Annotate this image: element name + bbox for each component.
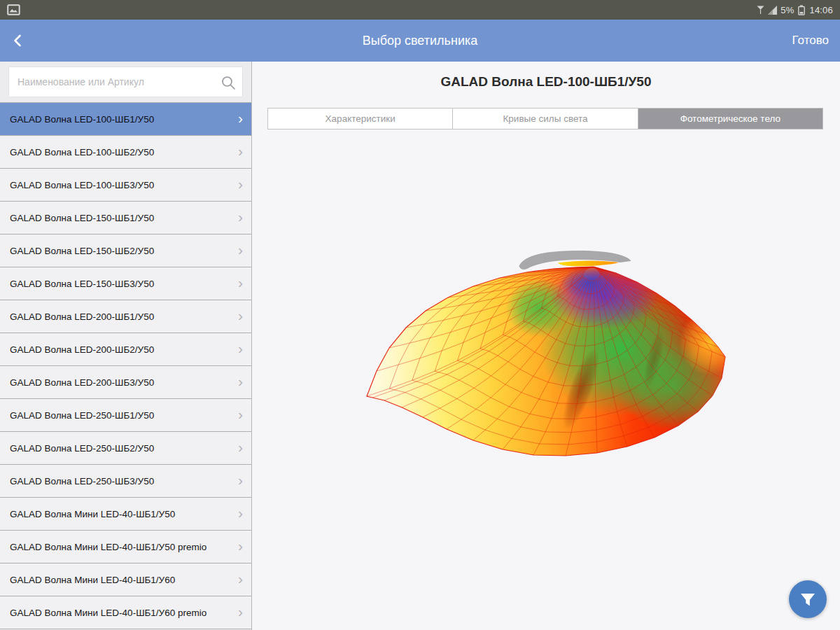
item-label: GALAD Волна LED-250-ШБ3/У50 (10, 476, 238, 486)
list-item[interactable]: GALAD Волна LED-150-ШБ1/У50› (0, 202, 251, 234)
sidebar: GALAD Волна LED-100-ШБ1/У50›GALAD Волна … (0, 62, 252, 630)
chevron-right-icon: › (238, 604, 243, 619)
filter-fab[interactable] (789, 580, 827, 618)
chevron-right-icon: › (238, 275, 243, 290)
chevron-right-icon: › (238, 505, 243, 520)
item-label: GALAD Волна Мини LED-40-ШБ1/У50 (10, 509, 238, 519)
search-icon[interactable] (220, 75, 236, 90)
item-label: GALAD Волна LED-100-ШБ3/У50 (10, 180, 238, 190)
header: Выбор светильника Готово (0, 20, 840, 62)
chevron-right-icon: › (238, 440, 243, 454)
chevron-right-icon: › (238, 407, 243, 421)
item-label: GALAD Волна LED-200-ШБ1/У50 (10, 312, 238, 322)
chevron-right-icon: › (238, 176, 243, 191)
network-status-icon (757, 6, 764, 15)
photometric-view (252, 153, 840, 630)
list-item[interactable]: GALAD Волна LED-100-ШБ2/У50› (0, 136, 251, 169)
chevron-right-icon: › (238, 374, 243, 388)
status-bar: 5% 14:06 (0, 0, 840, 20)
chevron-right-icon: › (238, 144, 243, 158)
chevron-right-icon: › (238, 111, 243, 125)
list-item[interactable]: GALAD Волна LED-200-ШБ1/У50› (0, 300, 251, 333)
search-bar (0, 62, 251, 102)
list-item[interactable]: GALAD Волна LED-100-ШБ1/У50› (0, 103, 251, 136)
funnel-icon (799, 590, 817, 608)
list-item[interactable]: GALAD Волна Мини LED-40-ШБ1/У50› (0, 498, 251, 531)
list-item[interactable]: GALAD Волна LED-200-ШБ2/У50› (0, 333, 251, 366)
chevron-right-icon: › (238, 209, 243, 224)
item-label: GALAD Волна LED-250-ШБ1/У50 (10, 410, 238, 421)
list-item[interactable]: GALAD Волна LED-250-ШБ1/У50› (0, 399, 251, 432)
item-label: GALAD Волна LED-150-ШБ1/У50 (10, 213, 238, 223)
luminaire-title: GALAD Волна LED-100-ШБ1/У50 (252, 74, 840, 90)
chevron-right-icon: › (238, 242, 243, 257)
content: GALAD Волна LED-100-ШБ1/У50›GALAD Волна … (0, 62, 840, 630)
page-title: Выбор светильника (0, 34, 840, 48)
list-item[interactable]: GALAD Волна Мини LED-40-ШБ1/У60› (0, 564, 251, 596)
item-label: GALAD Волна Мини LED-40-ШБ1/У50 premio (10, 542, 238, 552)
back-button[interactable] (13, 34, 22, 48)
luminaire-list: GALAD Волна LED-100-ШБ1/У50›GALAD Волна … (0, 102, 251, 629)
app-screen: 5% 14:06 Выбор светильника Готово (0, 0, 840, 630)
done-button[interactable]: Готово (792, 20, 830, 62)
list-item[interactable]: GALAD Волна Мини LED-40-ШБ1/У50 premio› (0, 531, 251, 564)
chevron-right-icon: › (238, 341, 243, 356)
item-label: GALAD Волна LED-250-ШБ2/У50 (10, 443, 238, 454)
item-label: GALAD Волна LED-100-ШБ2/У50 (10, 147, 238, 158)
tab-bar: ХарактеристикиКривые силы светаФотометри… (267, 108, 823, 130)
search-input[interactable] (8, 66, 243, 97)
list-item[interactable]: GALAD Волна LED-100-ШБ3/У50› (0, 169, 251, 202)
back-chevron-icon (13, 34, 22, 48)
list-item[interactable]: GALAD Волна LED-150-ШБ2/У50› (0, 234, 251, 267)
tab-2[interactable]: Кривые силы света (452, 108, 637, 129)
list-item[interactable]: GALAD Волна LED-250-ШБ2/У50› (0, 432, 251, 465)
battery-percent: 5% (780, 5, 794, 15)
main-panel: GALAD Волна LED-100-ШБ1/У50 Характеристи… (252, 62, 840, 630)
chevron-right-icon: › (238, 472, 243, 487)
item-label: GALAD Волна LED-100-ШБ1/У50 (10, 114, 238, 125)
list-item[interactable]: GALAD Волна Мини LED-40-ШБ1/У60 premio› (0, 596, 251, 629)
battery-icon (797, 5, 806, 15)
status-time: 14:06 (809, 5, 833, 15)
item-label: GALAD Волна LED-150-ШБ3/У50 (10, 279, 238, 289)
item-label: GALAD Волна LED-150-ШБ2/У50 (10, 246, 238, 256)
item-label: GALAD Волна LED-200-ШБ3/У50 (10, 377, 238, 388)
tab-3[interactable]: Фотометрическое тело (638, 108, 822, 129)
chevron-right-icon: › (238, 571, 243, 586)
chevron-right-icon: › (238, 308, 243, 323)
item-label: GALAD Волна LED-200-ШБ2/У50 (10, 344, 238, 355)
item-label: GALAD Волна Мини LED-40-ШБ1/У60 premio (10, 608, 238, 618)
tab-1[interactable]: Характеристики (268, 108, 452, 129)
list-item[interactable]: GALAD Волна LED-250-ШБ3/У50› (0, 465, 251, 498)
list-item[interactable]: GALAD Волна LED-200-ШБ3/У50› (0, 366, 251, 399)
signal-strength-icon (768, 6, 777, 15)
list-item[interactable]: GALAD Волна LED-150-ШБ3/У50› (0, 267, 251, 300)
screenshot-notification-icon (7, 4, 20, 15)
item-label: GALAD Волна Мини LED-40-ШБ1/У60 (10, 575, 238, 585)
chevron-right-icon: › (238, 538, 243, 553)
